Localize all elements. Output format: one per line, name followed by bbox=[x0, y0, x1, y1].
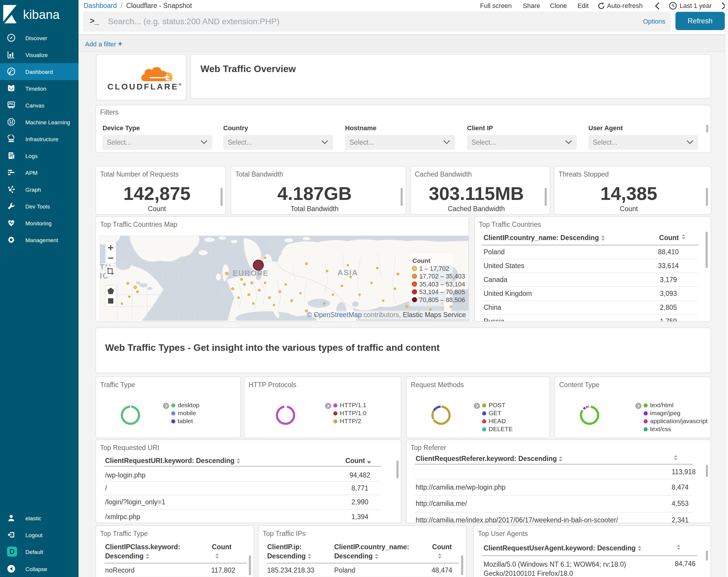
svg-text:Count: Count bbox=[412, 257, 431, 264]
svg-text:35,403 – 53,104: 35,403 – 53,104 bbox=[419, 281, 465, 288]
svg-text:ASIA: ASIA bbox=[337, 268, 358, 277]
svg-text:© OpenStreetMap contributors,: © OpenStreetMap contributors, Elastic Ma… bbox=[307, 311, 466, 319]
svg-text:1 – 17,702: 1 – 17,702 bbox=[419, 265, 449, 272]
svg-text:EUROPE: EUROPE bbox=[233, 269, 269, 278]
svg-text:53,104 – 70,805: 53,104 – 70,805 bbox=[419, 288, 465, 296]
svg-text:17,702 – 35,403: 17,702 – 35,403 bbox=[419, 273, 465, 280]
svg-text:70,805 – 88,506: 70,805 – 88,506 bbox=[419, 297, 465, 304]
